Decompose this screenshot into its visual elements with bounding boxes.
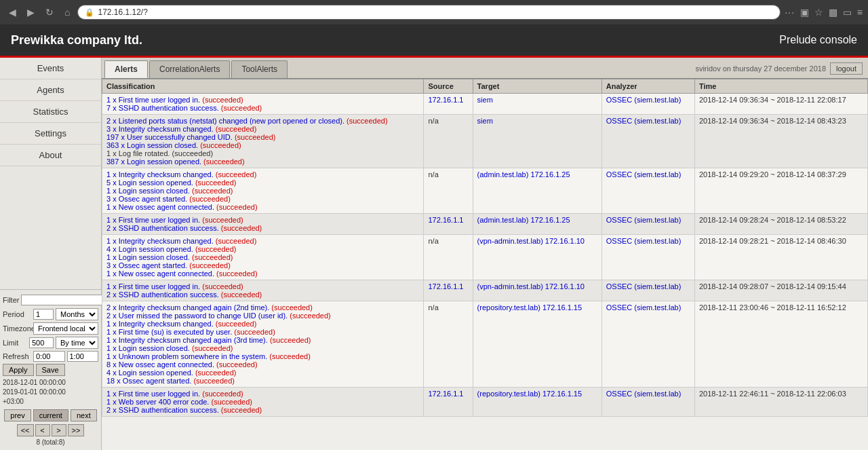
- alert-classification-link[interactable]: 1 x Login session closed. (succeeded): [106, 187, 233, 195]
- target-cell: (vpn-admin.test.lab) 172.16.1.10: [473, 235, 601, 280]
- alert-classification-link[interactable]: 7 x SSHD authentication success. (succee…: [106, 104, 262, 112]
- tab-tool-alerts[interactable]: ToolAlerts: [231, 60, 288, 78]
- alert-classification-link[interactable]: 1 x Login session closed. (succeeded): [106, 344, 233, 352]
- sidebar-item-statistics[interactable]: Statistics: [0, 101, 101, 123]
- target-cell: (admin.test.lab) 172.16.1.25: [473, 214, 601, 235]
- reload-button[interactable]: ↻: [42, 5, 57, 19]
- limit-type-select[interactable]: By time: [56, 337, 98, 349]
- alert-classification-link[interactable]: 4 x Login session opened. (succeeded): [106, 245, 236, 253]
- url-text: 172.16.1.12/?: [98, 7, 147, 17]
- home-button[interactable]: ⌂: [61, 5, 73, 19]
- alert-classification-link[interactable]: 5 x Login session opened. (succeeded): [106, 179, 236, 187]
- analyzer-cell: OSSEC (siem.test.lab): [601, 214, 694, 235]
- dots-menu-icon[interactable]: ···: [785, 7, 795, 18]
- alert-classification-link[interactable]: 387 x Login session opened. (succeeded): [106, 157, 245, 166]
- classification-cell: 2 x Integrity checksum changed again (2n…: [102, 301, 424, 388]
- save-button[interactable]: Save: [36, 364, 65, 376]
- apply-button[interactable]: Apply: [3, 364, 34, 376]
- alert-classification-link[interactable]: 197 x User successfully changed UID. (su…: [106, 133, 275, 141]
- alert-classification-link[interactable]: 1 x New ossec agent connected. (succeede…: [106, 203, 258, 211]
- alert-classification-link[interactable]: 1 x First time user logged in. (succeede…: [106, 96, 243, 104]
- refresh-start-input[interactable]: [33, 351, 65, 362]
- sidebar-item-settings[interactable]: Settings: [0, 123, 101, 145]
- alert-classification-link[interactable]: 18 x Ossec agent started. (succeeded): [106, 377, 235, 385]
- brand-name: Prewikka: [11, 33, 64, 47]
- sidebar-item-about[interactable]: About: [0, 145, 101, 166]
- last-page-button[interactable]: >>: [68, 424, 85, 436]
- filter-row: Filter ▼: [3, 294, 98, 306]
- alert-classification-link[interactable]: 2 x SSHD authentication success. (succee…: [106, 290, 262, 299]
- alert-classification-link[interactable]: 1 x First time (su) is executed by user.…: [106, 328, 275, 336]
- url-bar[interactable]: 🔒 172.16.1.12/?: [77, 5, 781, 20]
- col-target: Target: [473, 79, 601, 94]
- refresh-end-input[interactable]: [67, 351, 99, 362]
- limit-value-input[interactable]: [29, 337, 54, 348]
- next-button[interactable]: next: [71, 409, 97, 421]
- logout-link[interactable]: logout: [830, 62, 863, 75]
- tab-alerts[interactable]: Alerts: [104, 60, 148, 78]
- timezone-offset: +03:00: [3, 397, 98, 407]
- prev-page-button[interactable]: <: [35, 424, 50, 436]
- alert-classification-link[interactable]: 1 x Integrity checksum changed. (succeed…: [106, 170, 256, 179]
- limit-label: Limit: [3, 339, 27, 347]
- table-row: 1 x Integrity checksum changed. (succeed…: [102, 235, 868, 280]
- source-cell: n/a: [424, 115, 473, 168]
- page-info: 8 (total:8): [3, 438, 98, 446]
- filter-dates: 2018-12-01 00:00:00 2019-01-01 00:00:00 …: [3, 378, 98, 407]
- nav-buttons: prev current next: [3, 409, 98, 421]
- filter-label: Filter: [3, 296, 19, 304]
- table-row: 1 x First time user logged in. (succeede…: [102, 388, 868, 417]
- alert-classification-link[interactable]: 2 x User missed the password to change U…: [106, 312, 331, 320]
- alert-classification-link[interactable]: 8 x New ossec agent connected. (succeede…: [106, 360, 258, 369]
- alert-classification-link[interactable]: 1 x Integrity checksum changed. (succeed…: [106, 320, 256, 328]
- alert-classification-link[interactable]: 2 x Integrity checksum changed again (2n…: [106, 303, 313, 312]
- star-icon[interactable]: ☆: [814, 7, 823, 18]
- alert-classification-link[interactable]: 4 x Login session opened. (succeeded): [106, 369, 236, 377]
- alert-classification-link[interactable]: 1 x Integrity checksum changed again (3r…: [106, 336, 311, 344]
- alert-classification-link[interactable]: 1 x New ossec agent connected. (succeede…: [106, 269, 258, 278]
- table-row: 2 x Listened ports status (netstat) chan…: [102, 115, 868, 168]
- period-value-input[interactable]: [33, 309, 54, 320]
- alert-classification-link[interactable]: 3 x Ossec agent started. (succeeded): [106, 195, 231, 203]
- alert-classification-link[interactable]: 3 x Integrity checksum changed. (succeed…: [106, 125, 256, 133]
- first-page-button[interactable]: <<: [17, 424, 34, 436]
- alert-classification-link[interactable]: 1 x Web server 400 error code. (succeede…: [106, 398, 252, 406]
- col-time: Time: [694, 79, 867, 94]
- library-icon[interactable]: ▩: [829, 7, 837, 18]
- table-row: 2 x Integrity checksum changed again (2n…: [102, 301, 868, 388]
- alert-classification-link[interactable]: 1 x First time user logged in. (succeede…: [106, 216, 243, 224]
- alert-classification-link[interactable]: 1 x First time user logged in. (succeede…: [106, 282, 243, 290]
- alert-classification-link[interactable]: 1 x Login session closed. (succeeded): [106, 253, 233, 261]
- time-cell: 2018-12-11 23:00:46 ~ 2018-12-11 16:52:1…: [694, 301, 867, 388]
- date-to: 2019-01-01 00:00:00: [3, 388, 98, 397]
- hamburger-icon[interactable]: ≡: [857, 7, 863, 18]
- alert-classification-link[interactable]: 1 x Integrity checksum changed. (succeed…: [106, 237, 256, 245]
- prev-button[interactable]: prev: [4, 409, 31, 421]
- alert-classification-link[interactable]: 3 x Ossec agent started. (succeeded): [106, 261, 231, 269]
- reader-icon[interactable]: ▣: [800, 7, 809, 18]
- sidebar: Events Agents Statistics Settings About …: [0, 58, 102, 450]
- alert-classification-link[interactable]: 2 x SSHD authentication success. (succee…: [106, 224, 262, 232]
- timezone-select[interactable]: Frontend local: [33, 322, 98, 335]
- alert-classification-link[interactable]: 1 x Unknown problem somewhere in the sys…: [106, 352, 311, 360]
- tab-correlation-alerts[interactable]: CorrelationAlerts: [149, 60, 230, 78]
- sidebar-item-agents[interactable]: Agents: [0, 79, 101, 101]
- target-cell: (repository.test.lab) 172.16.1.15: [473, 301, 601, 388]
- next-page-button[interactable]: >: [52, 424, 66, 436]
- alert-classification-link[interactable]: 2 x Listened ports status (netstat) chan…: [106, 117, 388, 125]
- date-from: 2018-12-01 00:00:00: [3, 378, 98, 388]
- back-button[interactable]: ◀: [5, 5, 20, 19]
- col-source: Source: [424, 79, 473, 94]
- period-unit-select[interactable]: Months: [56, 308, 98, 320]
- alert-classification-link[interactable]: 2 x SSHD authentication success. (succee…: [106, 406, 262, 414]
- content-area: Alerts CorrelationAlerts ToolAlerts svir…: [102, 58, 868, 450]
- table-row: 1 x First time user logged in. (succeede…: [102, 94, 868, 115]
- current-button[interactable]: current: [33, 409, 68, 421]
- tab-icon[interactable]: ▭: [843, 7, 852, 18]
- refresh-row: Refresh: [3, 351, 98, 362]
- forward-button[interactable]: ▶: [24, 5, 38, 19]
- sidebar-item-events[interactable]: Events: [0, 58, 101, 79]
- alert-classification-link[interactable]: 1 x First time user logged in. (succeede…: [106, 390, 243, 398]
- tab-user-info: sviridov on thursday 27 december 2018 lo…: [695, 62, 865, 78]
- alert-classification-link[interactable]: 363 x Login session closed. (succeeded): [106, 141, 241, 149]
